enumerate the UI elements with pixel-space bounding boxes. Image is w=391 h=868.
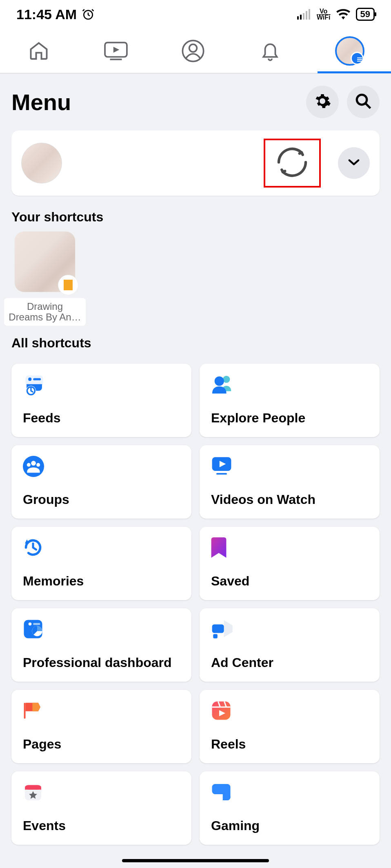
svg-rect-17 xyxy=(33,378,41,380)
card-label: Gaming xyxy=(211,818,368,833)
shortcuts-grid: Feeds Explore People Groups Videos on Wa… xyxy=(0,357,391,845)
svg-line-14 xyxy=(365,103,370,108)
card-professional-dashboard[interactable]: Professional dashboard xyxy=(11,608,191,682)
menu-header: Menu xyxy=(0,73,391,130)
svg-rect-34 xyxy=(212,702,231,720)
card-ad-center[interactable]: Ad Center xyxy=(200,608,380,682)
svg-rect-4 xyxy=(306,11,307,20)
svg-rect-3 xyxy=(303,13,304,20)
svg-point-21 xyxy=(215,376,224,386)
professional-dashboard-icon xyxy=(23,619,43,641)
groups-icon xyxy=(23,456,44,479)
card-label: Explore People xyxy=(211,411,368,426)
card-label: Groups xyxy=(23,492,180,507)
card-label: Events xyxy=(23,818,180,833)
profile-avatar xyxy=(21,143,62,183)
top-nav xyxy=(0,29,391,73)
card-videos-watch[interactable]: Videos on Watch xyxy=(200,445,380,519)
svg-point-13 xyxy=(357,95,367,105)
alarm-icon xyxy=(82,8,95,21)
shortcut-label-line1: Drawing xyxy=(8,301,82,312)
card-feeds[interactable]: Feeds xyxy=(11,364,191,437)
tab-menu[interactable] xyxy=(335,39,364,63)
svg-rect-30 xyxy=(33,623,40,625)
tab-notifications[interactable] xyxy=(258,39,282,63)
gear-icon xyxy=(314,93,331,111)
gaming-icon xyxy=(211,782,231,804)
search-button[interactable] xyxy=(347,86,380,118)
card-gaming[interactable]: Gaming xyxy=(200,771,380,845)
signal-icon xyxy=(297,9,311,20)
ad-center-icon xyxy=(211,619,235,640)
svg-point-25 xyxy=(36,463,40,467)
tab-profile[interactable] xyxy=(181,39,205,63)
status-left: 11:45 AM xyxy=(16,7,95,22)
svg-rect-31 xyxy=(212,624,224,633)
vowifi-sub: WiFi xyxy=(317,14,331,20)
hamburger-icon xyxy=(357,56,362,63)
active-tab-underline xyxy=(318,71,391,73)
svg-point-16 xyxy=(28,378,31,381)
profile-card[interactable] xyxy=(11,130,380,196)
card-label: Memories xyxy=(23,574,180,589)
battery-level: 59 xyxy=(360,9,370,19)
svg-rect-32 xyxy=(213,634,218,638)
card-label: Pages xyxy=(23,737,180,752)
shortcut-badge xyxy=(58,275,78,295)
events-icon xyxy=(23,782,43,804)
settings-button[interactable] xyxy=(306,86,339,118)
shortcut-label: Drawing Dreams By An… xyxy=(4,298,86,326)
battery-icon: 59 xyxy=(356,8,375,21)
clock-text: 11:45 AM xyxy=(16,7,77,22)
card-reels[interactable]: Reels xyxy=(200,690,380,763)
svg-rect-1 xyxy=(297,16,299,20)
page-flag-icon xyxy=(64,280,73,290)
svg-rect-27 xyxy=(216,473,227,475)
expand-profiles-button[interactable] xyxy=(338,147,370,179)
search-icon xyxy=(355,93,372,111)
card-memories[interactable]: Memories xyxy=(11,527,191,600)
reels-icon xyxy=(211,700,231,722)
status-bar: 11:45 AM Vo WiFi 59 xyxy=(0,0,391,29)
svg-rect-33 xyxy=(24,703,26,719)
shortcut-label-line2: Dreams By An… xyxy=(8,312,82,322)
svg-rect-41 xyxy=(223,794,231,800)
svg-point-23 xyxy=(31,461,36,466)
card-groups[interactable]: Groups xyxy=(11,445,191,519)
svg-point-9 xyxy=(189,44,197,52)
svg-point-24 xyxy=(27,463,31,467)
watch-icon xyxy=(211,456,232,477)
your-shortcuts-heading: Your shortcuts xyxy=(0,205,391,231)
home-indicator[interactable] xyxy=(122,859,269,862)
card-label: Saved xyxy=(211,574,368,589)
card-events[interactable]: Events xyxy=(11,771,191,845)
shortcut-item[interactable]: Drawing Dreams By An… xyxy=(4,231,86,326)
menu-avatar-icon xyxy=(335,36,364,66)
svg-rect-5 xyxy=(309,9,310,20)
saved-icon xyxy=(211,537,227,559)
card-label: Reels xyxy=(211,737,368,752)
card-label: Professional dashboard xyxy=(23,655,180,670)
svg-rect-40 xyxy=(25,788,41,790)
loading-spinner-icon[interactable] xyxy=(274,144,310,182)
menu-actions xyxy=(306,86,380,118)
feeds-icon xyxy=(23,374,46,398)
vowifi-vo: Vo xyxy=(317,9,331,14)
status-right: Vo WiFi 59 xyxy=(297,8,375,21)
card-label: Feeds xyxy=(23,411,180,426)
card-explore-people[interactable]: Explore People xyxy=(200,364,380,437)
pages-icon xyxy=(23,700,44,722)
highlight-box xyxy=(264,139,321,188)
card-saved[interactable]: Saved xyxy=(200,527,380,600)
shortcut-thumbnail xyxy=(14,231,76,292)
card-pages[interactable]: Pages xyxy=(11,690,191,763)
vowifi-icon: Vo WiFi xyxy=(317,9,331,20)
svg-point-29 xyxy=(29,623,32,626)
tab-watch[interactable] xyxy=(104,39,128,63)
card-label: Ad Center xyxy=(211,655,368,670)
card-label: Videos on Watch xyxy=(211,492,368,507)
tab-home[interactable] xyxy=(27,39,51,63)
all-shortcuts-heading: All shortcuts xyxy=(0,326,391,357)
svg-rect-2 xyxy=(300,15,302,20)
wifi-icon xyxy=(336,9,350,20)
